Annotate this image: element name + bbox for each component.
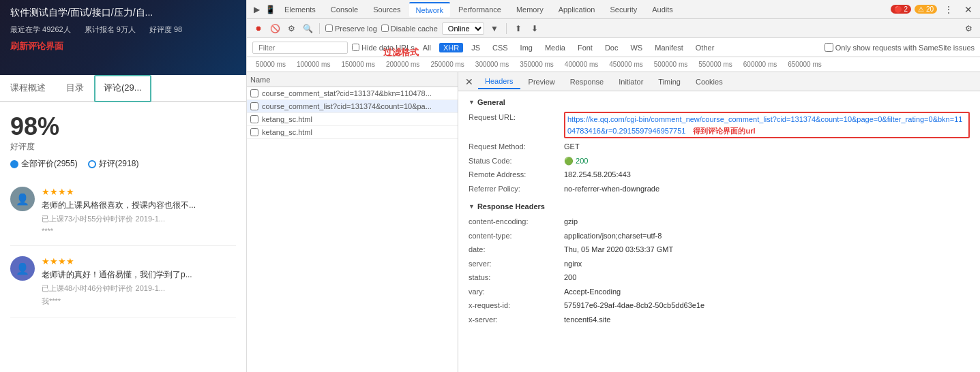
filter-bar: Hide data URLs All XHR JS CSS Img Media … xyxy=(247,38,980,57)
device-icon[interactable]: 📱 xyxy=(264,3,276,16)
remote-address-key: Remote Address: xyxy=(469,169,564,181)
detail-tab-preview[interactable]: Preview xyxy=(522,75,562,89)
tab-security[interactable]: Security xyxy=(603,3,644,16)
hide-data-urls-label[interactable]: Hide data URLs xyxy=(352,44,415,52)
throttle-arrow[interactable]: ▼ xyxy=(488,22,501,35)
close-devtools-btn[interactable]: ✕ xyxy=(960,1,977,18)
tab-performance[interactable]: Performance xyxy=(451,3,508,16)
marker-10: 500000 ms xyxy=(649,61,693,68)
type-css[interactable]: CSS xyxy=(488,43,512,52)
settings-icon[interactable]: ⚙ xyxy=(962,22,975,35)
url-annotation: 得到评论界面的url xyxy=(693,127,755,135)
detail-tabs: ✕ Headers Preview Response Initiator Tim… xyxy=(458,72,980,91)
disable-cache-checkbox[interactable] xyxy=(381,25,389,32)
tab-reviews[interactable]: 评论(29... xyxy=(94,75,151,102)
same-site-label[interactable]: Only show requests with SameSite issues xyxy=(825,43,975,52)
more-options-btn[interactable]: ⋮ xyxy=(940,1,957,18)
filter-icon[interactable]: ⚙ xyxy=(285,22,297,35)
type-doc[interactable]: Doc xyxy=(601,43,623,52)
marker-13: 650000 ms xyxy=(782,61,827,68)
request-checkbox-4[interactable] xyxy=(250,128,258,136)
review-text-1: 老师的上课风格很喜欢，授课内容也很不... xyxy=(42,200,226,211)
request-name-1: course_comment_stat?cid=131374&bkn=11047… xyxy=(262,89,432,97)
resp-x-server: x-server: tencent64.site xyxy=(469,314,970,326)
hide-data-urls-checkbox[interactable] xyxy=(352,44,359,51)
avatar-1: 👤 xyxy=(10,187,35,211)
request-item-1[interactable]: course_comment_stat?cid=131374&bkn=11047… xyxy=(247,87,458,100)
review-list: 👤 ★★★★ 老师的上课风格很喜欢，授课内容也很不... 已上课73小时55分钟… xyxy=(0,180,246,335)
marker-1: 50000 ms xyxy=(250,61,291,68)
tab-audits[interactable]: Audits xyxy=(645,3,680,16)
request-checkbox-3[interactable] xyxy=(250,115,258,123)
rating-label: 好评度 xyxy=(10,141,236,153)
type-all[interactable]: All xyxy=(419,43,435,52)
devtools-panel: ▶ 📱 Elements Console Sources Network Per… xyxy=(247,0,980,372)
type-xhr[interactable]: XHR xyxy=(439,43,463,52)
radio-good[interactable]: 好评(2918) xyxy=(88,158,139,170)
warning-badge: ⚠ 20 xyxy=(915,5,937,14)
resp-vary: vary: Accept-Encoding xyxy=(469,286,970,298)
review-meta-1: 已上课73小时55分钟时评价 2019-1... xyxy=(42,214,236,224)
request-checkbox-1[interactable] xyxy=(250,89,258,97)
stars-2: ★★★★ xyxy=(42,256,236,266)
tab-console[interactable]: Console xyxy=(324,3,365,16)
request-item-3[interactable]: ketang_sc.html xyxy=(247,113,458,126)
rating-stat: 好评度 98 xyxy=(149,25,182,35)
tab-network[interactable]: Network xyxy=(409,2,450,17)
refresh-label[interactable]: 刷新评论界面 xyxy=(10,40,236,52)
type-js[interactable]: JS xyxy=(467,43,484,52)
status-code-value: 🟢 200 xyxy=(564,155,588,167)
type-media[interactable]: Media xyxy=(541,43,569,52)
tab-application[interactable]: Application xyxy=(552,3,602,16)
detail-tab-response[interactable]: Response xyxy=(563,75,611,89)
referrer-policy-value: no-referrer-when-downgrade xyxy=(564,183,659,195)
record-btn[interactable]: ⏺ xyxy=(252,22,265,35)
big-rating: 98% xyxy=(10,112,236,141)
throttle-select[interactable]: Online xyxy=(442,22,484,35)
type-font[interactable]: Font xyxy=(574,43,597,52)
request-method-key: Request Method: xyxy=(469,141,564,153)
detail-tab-headers[interactable]: Headers xyxy=(478,74,520,89)
preserve-log-label[interactable]: Preserve log xyxy=(325,25,377,33)
detail-tab-cookies[interactable]: Cookies xyxy=(689,75,730,89)
request-item-2[interactable]: course_comment_list?cid=131374&count=10&… xyxy=(247,100,458,113)
disable-cache-label[interactable]: Disable cache xyxy=(381,25,438,33)
search-icon[interactable]: 🔍 xyxy=(301,22,314,35)
tab-elements[interactable]: Elements xyxy=(278,3,323,16)
radio-all[interactable]: 全部评价(2955) xyxy=(10,158,78,170)
tab-memory[interactable]: Memory xyxy=(509,3,550,16)
filter-input[interactable] xyxy=(252,42,348,54)
clear-btn[interactable]: 🚫 xyxy=(269,22,281,35)
close-detail-btn[interactable]: ✕ xyxy=(462,76,477,87)
tab-sources[interactable]: Sources xyxy=(366,3,407,16)
type-other[interactable]: Other xyxy=(692,43,719,52)
download-icon[interactable]: ⬇ xyxy=(529,22,541,35)
type-img[interactable]: Img xyxy=(516,43,537,52)
separator-2 xyxy=(506,23,507,34)
same-site-checkbox[interactable] xyxy=(825,43,833,52)
request-method-value: GET xyxy=(564,141,580,153)
status-code-key: Status Code: xyxy=(469,155,564,167)
tab-toc[interactable]: 目录 xyxy=(56,75,94,101)
detail-tab-timing[interactable]: Timing xyxy=(651,75,687,89)
remote-address-value: 182.254.58.205:443 xyxy=(564,169,631,181)
resp-server: server: nginx xyxy=(469,258,970,270)
tab-overview[interactable]: 课程概述 xyxy=(0,75,56,101)
preserve-log-checkbox[interactable] xyxy=(325,25,333,32)
separator-1 xyxy=(319,23,320,34)
radio-dot-all xyxy=(10,160,18,168)
resp-key-6: x-request-id: xyxy=(469,300,564,311)
site-title: 软件测试自学/面试/接口/压力/自... xyxy=(10,7,236,19)
type-ws[interactable]: WS xyxy=(626,43,647,52)
type-manifest[interactable]: Manifest xyxy=(651,43,687,52)
request-checkbox-2[interactable] xyxy=(250,102,258,110)
review-text-2: 老师讲的真好！通俗易懂，我们学到了p... xyxy=(42,269,226,281)
detail-tab-initiator[interactable]: Initiator xyxy=(612,75,650,89)
request-item-4[interactable]: ketang_sc.html xyxy=(247,126,458,139)
upload-icon[interactable]: ⬆ xyxy=(512,22,524,35)
referrer-policy-row: Referrer Policy: no-referrer-when-downgr… xyxy=(469,183,970,195)
request-name-4: ketang_sc.html xyxy=(262,128,312,136)
resp-key-4: status: xyxy=(469,272,564,283)
inspect-icon[interactable]: ▶ xyxy=(250,3,263,16)
resp-val-2: Thu, 05 Mar 2020 03:53:37 GMT xyxy=(564,244,673,255)
